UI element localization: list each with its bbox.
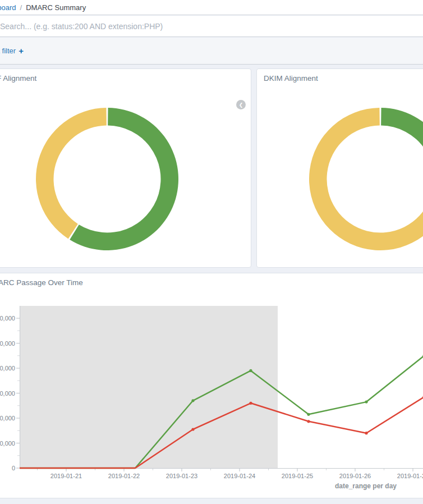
svg-text:2019-01-23: 2019-01-23 [166, 473, 197, 479]
filter-bar: Add a filter + [0, 38, 423, 65]
breadcrumb-separator: / [20, 3, 22, 12]
svg-text:20,000: 20,000 [0, 415, 15, 421]
add-filter-link[interactable]: Add a filter + [0, 47, 24, 55]
svg-text:2019-01-27: 2019-01-27 [397, 473, 423, 479]
svg-text:40,000: 40,000 [0, 365, 15, 372]
svg-text:2019-01-24: 2019-01-24 [224, 473, 255, 479]
breadcrumb-link-dashboard[interactable]: Dashboard [0, 3, 16, 12]
svg-text:date_range per day: date_range per day [335, 482, 397, 490]
panel-title-spf: SPF Alignment [0, 74, 36, 83]
svg-text:30,000: 30,000 [0, 390, 15, 397]
svg-text:2019-01-26: 2019-01-26 [339, 473, 371, 479]
add-filter-label: Add a filter [0, 47, 16, 55]
dkim-donut-chart[interactable] [307, 106, 423, 252]
breadcrumb-current: DMARC Summary [26, 3, 86, 12]
viewport: Dashboard / DMARC Summary Add a filter +… [0, 0, 423, 504]
page: Dashboard / DMARC Summary Add a filter +… [0, 0, 423, 504]
svg-text:60,000: 60,000 [0, 315, 15, 322]
breadcrumb-bar: Dashboard / DMARC Summary [0, 0, 423, 15]
collapse-panel-button[interactable]: ❮ [236, 100, 246, 109]
svg-text:50,000: 50,000 [0, 340, 15, 347]
dmarc-passage-line-chart[interactable]: 010,00020,00030,00040,00050,00060,000201… [0, 303, 423, 497]
svg-text:0: 0 [12, 465, 15, 471]
chevron-left-icon: ❮ [239, 102, 243, 108]
svg-text:2019-01-25: 2019-01-25 [282, 473, 313, 479]
search-bar [0, 16, 423, 37]
svg-text:2019-01-21: 2019-01-21 [50, 473, 82, 479]
panel-title-passage: DMARC Passage Over Time [0, 278, 83, 287]
plus-icon: + [19, 47, 24, 55]
spf-donut-chart[interactable] [34, 106, 180, 252]
search-input[interactable] [0, 16, 423, 36]
svg-text:2019-01-22: 2019-01-22 [108, 473, 140, 479]
panel-title-dkim: DKIM Alignment [264, 74, 318, 83]
svg-text:10,000: 10,000 [0, 440, 15, 447]
